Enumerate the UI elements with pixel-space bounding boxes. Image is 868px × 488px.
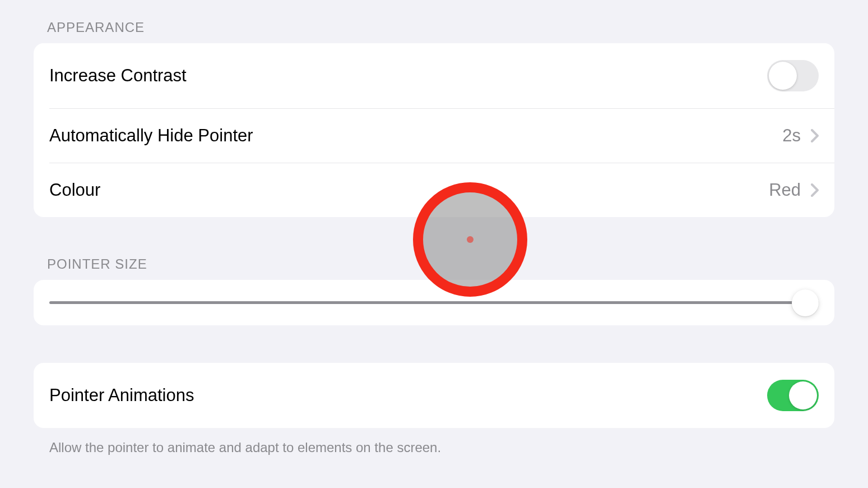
pointer-animations-label: Pointer Animations (49, 385, 194, 406)
animations-group: Pointer Animations (34, 363, 834, 428)
colour-value: Red (769, 180, 801, 200)
hide-pointer-value: 2s (782, 126, 801, 146)
chevron-right-icon (811, 183, 819, 197)
colour-label: Colour (49, 180, 100, 200)
row-colour[interactable]: Colour Red (34, 163, 834, 217)
hide-pointer-label: Automatically Hide Pointer (49, 126, 253, 146)
row-hide-pointer[interactable]: Automatically Hide Pointer 2s (49, 109, 834, 163)
increase-contrast-label: Increase Contrast (49, 66, 187, 86)
appearance-group: Increase Contrast Automatically Hide Poi… (34, 43, 834, 217)
chevron-right-icon (811, 129, 819, 142)
animations-footer-text: Allow the pointer to animate and adapt t… (34, 428, 834, 457)
row-pointer-animations: Pointer Animations (34, 363, 834, 428)
slider-thumb[interactable] (792, 289, 819, 316)
increase-contrast-toggle[interactable] (767, 60, 819, 91)
section-header-pointer-size: POINTER SIZE (34, 256, 834, 272)
pointer-animations-toggle[interactable] (767, 380, 819, 411)
section-header-appearance: APPEARANCE (34, 20, 834, 35)
pointer-size-slider[interactable] (49, 301, 819, 304)
row-increase-contrast: Increase Contrast (49, 43, 834, 109)
pointer-size-group (34, 280, 834, 325)
